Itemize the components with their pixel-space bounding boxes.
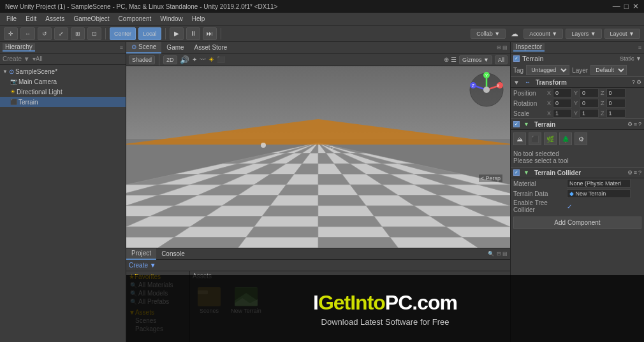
scene-gizmo[interactable]: X Y Z — [468, 71, 505, 110]
terrain-tool-2[interactable]: ⬛ — [529, 132, 541, 145]
pivot-center-button[interactable]: Center — [110, 27, 136, 40]
material-value[interactable]: None (Physic Materi — [567, 179, 631, 188]
tree-collider-check[interactable]: ✓ — [567, 203, 572, 210]
image-effect-icon[interactable]: ⬛ — [217, 56, 224, 63]
tool-rotate[interactable]: ↺ — [38, 27, 52, 40]
menu-gameobject[interactable]: GameObject — [70, 15, 113, 23]
menu-assets[interactable]: Assets — [41, 15, 68, 23]
tc-icon-3[interactable]: ? — [638, 169, 641, 176]
project-search-icon[interactable]: 🔍 — [488, 251, 494, 257]
tc-icon-1[interactable]: ⚙ — [627, 169, 633, 176]
speaker-icon[interactable]: 🔊 — [180, 55, 189, 64]
rotation-y[interactable] — [580, 99, 599, 108]
tool-hand[interactable]: ✛ — [4, 27, 18, 40]
account-button[interactable]: Account ▼ — [523, 29, 563, 39]
tool-rect[interactable]: ⊞ — [71, 27, 85, 40]
hierarchy-item-samplescene[interactable]: ▼ ⊙ SampleScene* — [0, 66, 126, 76]
transform-component-header[interactable]: ▼ ↔ Transform ? ⚙ — [511, 76, 644, 88]
tab-asset-store[interactable]: Asset Store — [189, 42, 233, 53]
hierarchy-item-maincamera[interactable]: 📷 Main Camera — [0, 76, 126, 87]
layers-button[interactable]: Layers ▼ — [566, 29, 601, 39]
pause-button[interactable]: ⏸ — [186, 27, 200, 40]
terrain-tool-1[interactable]: ⛰ — [513, 132, 526, 145]
transform-icon-1[interactable]: ? — [632, 79, 635, 85]
tab-console[interactable]: Console — [156, 248, 190, 260]
tag-dropdown[interactable]: Untagged — [526, 65, 569, 75]
sun-icon[interactable]: ☀ — [209, 56, 214, 63]
hierarchy-item-directionallight[interactable]: ☀ Directional Light — [0, 87, 126, 97]
terrain-tool-4[interactable]: 🌲 — [559, 132, 572, 145]
inspector-panel-options[interactable]: ≡ — [638, 45, 641, 51]
coordinate-local-button[interactable]: Local — [138, 27, 161, 40]
project-panel-buttons[interactable]: ⊟ ▤ — [497, 251, 508, 257]
tab-project[interactable]: Project — [126, 248, 156, 260]
collab-button[interactable]: Collab ▼ — [471, 29, 506, 39]
terrain-component-header[interactable]: ✓ ▼ Terrain ⚙ ≡ ? — [511, 118, 644, 130]
2d-toggle[interactable]: 2D — [163, 55, 177, 64]
favorites-header[interactable]: ★ Favorites — [128, 273, 188, 281]
position-z[interactable] — [606, 89, 626, 97]
object-name[interactable]: Terrain — [522, 55, 617, 62]
gizmo-icons[interactable]: ⊕ ☰ — [444, 56, 457, 63]
effect-icon[interactable]: ✦ — [192, 56, 197, 63]
add-component-button[interactable]: Add Component — [513, 217, 641, 229]
menu-edit[interactable]: Edit — [22, 15, 40, 23]
minimize-button[interactable]: — — [613, 2, 620, 11]
tool-transform[interactable]: ⊡ — [87, 27, 101, 40]
assets-scenes[interactable]: Scenes — [128, 317, 188, 325]
fav-all-materials[interactable]: 🔍 All Materials — [128, 281, 188, 289]
assets-packages[interactable]: Packages — [128, 325, 188, 333]
tool-move[interactable]: ↔ — [20, 27, 35, 40]
fav-all-models[interactable]: 🔍 All Models — [128, 289, 188, 297]
rotation-z[interactable] — [606, 99, 626, 108]
play-button[interactable]: ▶ — [170, 27, 184, 40]
tool-scale[interactable]: ⤢ — [54, 27, 68, 40]
terrain-icon-1[interactable]: ⚙ — [627, 121, 633, 127]
assets-header[interactable]: ▼ Assets — [128, 308, 188, 317]
terrain-data-text[interactable]: New Terrain — [576, 190, 606, 197]
scale-z[interactable] — [606, 109, 626, 118]
scene-viewport[interactable]: X Y Z < Persp — [126, 66, 510, 248]
layer-dropdown[interactable]: Default — [590, 65, 627, 75]
terrain-icon-2[interactable]: ≡ — [634, 121, 637, 127]
scale-y[interactable] — [580, 109, 599, 118]
create-button[interactable]: Create ▼ — [129, 262, 156, 269]
hierarchy-panel-options[interactable]: ≡ — [120, 45, 123, 51]
terrain-icon-3[interactable]: ? — [638, 121, 641, 127]
terrain-comp-checkbox[interactable]: ✓ — [513, 121, 520, 127]
terrain-tool-5[interactable]: ⚙ — [574, 132, 587, 145]
gizmos-dropdown[interactable]: Gizmos ▼ — [459, 55, 492, 64]
close-button[interactable]: ✕ — [633, 2, 639, 11]
shading-mode-dropdown[interactable]: Shaded — [129, 55, 155, 64]
all-dropdown[interactable]: All — [495, 55, 508, 64]
tc-icon-2[interactable]: ≡ — [634, 169, 637, 176]
rotation-x[interactable] — [553, 99, 572, 108]
window-controls[interactable]: — □ ✕ — [613, 2, 639, 11]
menu-file[interactable]: File — [3, 15, 20, 23]
position-y[interactable] — [580, 89, 599, 97]
step-button[interactable]: ⏭ — [203, 27, 217, 40]
layout-button[interactable]: Layout ▼ — [604, 29, 640, 39]
transform-icon-2[interactable]: ⚙ — [636, 79, 641, 85]
project-file-newterrain[interactable]: New Terrain — [231, 287, 261, 336]
menu-component[interactable]: Component — [115, 15, 156, 23]
fog-icon[interactable]: 〰 — [200, 56, 206, 63]
tab-game[interactable]: Game — [161, 42, 189, 53]
menu-help[interactable]: Help — [188, 15, 209, 23]
static-toggle[interactable]: Static ▼ — [620, 55, 641, 62]
inspector-tab[interactable]: Inspector — [513, 43, 545, 52]
tab-scene[interactable]: ⊙ Scene — [126, 42, 161, 53]
scale-x[interactable] — [553, 109, 572, 118]
fav-all-prefabs[interactable]: 🔍 All Prefabs — [128, 297, 188, 306]
position-x[interactable] — [553, 89, 572, 97]
maximize-button[interactable]: □ — [624, 2, 629, 11]
terrain-collider-header[interactable]: ✓ ▼ Terrain Collider ⚙ ≡ ? — [511, 167, 644, 178]
hierarchy-tab[interactable]: Hierarchy — [3, 43, 35, 52]
terrain-collider-checkbox[interactable]: ✓ — [513, 169, 520, 176]
menu-window[interactable]: Window — [156, 15, 187, 23]
terrain-tool-3[interactable]: 🌿 — [544, 132, 557, 145]
scene-panel-buttons[interactable]: ⊟ ▤ — [497, 45, 508, 50]
project-folder-scenes[interactable]: Scenes — [198, 287, 221, 336]
object-active-checkbox[interactable]: ✓ — [513, 55, 520, 62]
hierarchy-item-terrain[interactable]: ⬛ Terrain — [0, 97, 126, 107]
